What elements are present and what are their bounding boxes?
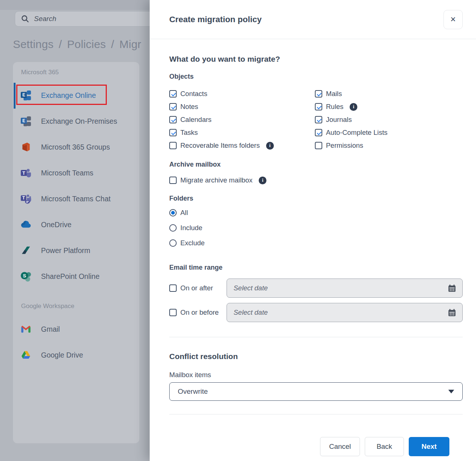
journals-checkbox[interactable]: [315, 116, 322, 123]
cancel-button[interactable]: Cancel: [320, 437, 360, 456]
checkbox-row-rules[interactable]: Rules i: [315, 103, 463, 111]
checkbox-row-recoverable-items-folders[interactable]: Recoverable Items folders i: [169, 141, 315, 150]
calendar-icon[interactable]: [448, 284, 456, 293]
on-or-before-checkbox[interactable]: [169, 309, 177, 316]
rules-checkbox[interactable]: [315, 103, 322, 110]
checkbox-label: Rules: [326, 103, 343, 111]
sidebar-item-power-platform[interactable]: Power Platform: [13, 238, 139, 263]
google-drive-icon: [20, 349, 31, 361]
microsoft-teams-chat-icon: T: [20, 193, 31, 204]
sidebar-section-microsoft-365: Microsoft 365: [13, 62, 139, 76]
checkbox-row-notes[interactable]: Notes: [169, 103, 315, 111]
folders-include-radio[interactable]: [169, 224, 177, 232]
back-button[interactable]: Back: [365, 437, 404, 456]
info-icon[interactable]: i: [266, 142, 274, 150]
info-icon[interactable]: i: [350, 103, 357, 111]
breadcrumb-policies[interactable]: Policies: [67, 38, 106, 50]
on-or-before-toggle[interactable]: On or before: [169, 308, 227, 317]
checkbox-label: Auto-Complete Lists: [326, 129, 388, 137]
checkbox-label: Migrate archive mailbox: [180, 176, 252, 184]
radio-row-include[interactable]: Include: [169, 224, 463, 232]
calendars-checkbox[interactable]: [169, 116, 177, 123]
svg-text:T: T: [22, 195, 25, 201]
date-placeholder: Select date: [234, 308, 268, 317]
radio-label: Exclude: [180, 239, 205, 247]
breadcrumb-separator: /: [59, 38, 62, 50]
on-or-before-date-input[interactable]: Select date: [227, 303, 463, 322]
checkbox-label: Permissions: [326, 141, 363, 150]
recoverable-items-folders-checkbox[interactable]: [169, 142, 177, 149]
radio-row-all[interactable]: All: [169, 209, 463, 217]
dialog-body: What do you want to migrate? Objects Con…: [150, 39, 476, 461]
checkbox-label: Journals: [326, 116, 352, 124]
sidebar-item-label: OneDrive: [41, 221, 71, 229]
radio-row-exclude[interactable]: Exclude: [169, 239, 463, 247]
objects-label: Objects: [169, 73, 463, 81]
sidebar-item-microsoft-teams[interactable]: T Microsoft Teams: [13, 160, 139, 186]
dialog-title: Create migration policy: [169, 15, 262, 24]
exchange-on-premises-icon: E: [20, 116, 31, 127]
time-row-on-or-after: On or after Select date: [169, 279, 463, 298]
svg-text:T: T: [23, 171, 26, 176]
folders-exclude-radio[interactable]: [169, 239, 177, 247]
svg-text:E: E: [22, 118, 25, 123]
email-time-range-rows: On or after Select date: [169, 279, 463, 322]
auto-complete-lists-checkbox[interactable]: [315, 129, 322, 136]
sidebar-item-microsoft-teams-chat[interactable]: T Microsoft Teams Chat: [13, 186, 139, 212]
migrate-archive-mailbox-checkbox[interactable]: [169, 177, 177, 184]
sidebar-item-exchange-online[interactable]: E Exchange Online: [13, 82, 139, 108]
selected-option: Overwrite: [178, 387, 208, 396]
sidebar-item-label: Google Drive: [41, 351, 83, 359]
sidebar-item-gmail[interactable]: Gmail: [13, 316, 139, 342]
sidebar-item-label: Power Platform: [41, 246, 90, 255]
sidebar-item-microsoft-365-groups[interactable]: Microsoft 365 Groups: [13, 134, 139, 160]
onedrive-icon: [20, 219, 31, 230]
sidebar-item-sharepoint-online[interactable]: S SharePoint Online: [13, 263, 139, 289]
on-or-after-toggle[interactable]: On or after: [169, 284, 227, 292]
folders-all-radio[interactable]: [169, 209, 177, 216]
next-button[interactable]: Next: [409, 437, 449, 456]
mailbox-items-select[interactable]: Overwrite: [169, 382, 463, 401]
notes-checkbox[interactable]: [169, 103, 177, 110]
tasks-checkbox[interactable]: [169, 129, 177, 136]
radio-label: All: [180, 209, 188, 217]
contacts-checkbox[interactable]: [169, 90, 177, 98]
close-button[interactable]: ✕: [443, 10, 463, 29]
checkbox-label: Recoverable Items folders: [180, 141, 260, 150]
mails-checkbox[interactable]: [315, 90, 322, 98]
checkbox-row-contacts[interactable]: Contacts: [169, 90, 315, 98]
microsoft-365-groups-icon: [20, 141, 31, 153]
time-row-on-or-before: On or before Select date: [169, 303, 463, 322]
checkbox-row-mails[interactable]: Mails: [315, 90, 463, 98]
section-divider: [169, 337, 463, 337]
breadcrumb-separator: /: [111, 38, 115, 50]
checkbox-label: On or before: [180, 308, 219, 317]
checkbox-label: Calendars: [180, 116, 211, 124]
sidebar-item-label: Microsoft Teams Chat: [41, 195, 110, 203]
permissions-checkbox[interactable]: [315, 142, 322, 149]
on-or-after-date-input[interactable]: Select date: [227, 279, 463, 298]
checkbox-row-migrate-archive-mailbox[interactable]: Migrate archive mailbox i: [169, 176, 463, 184]
sidebar-item-exchange-on-premises[interactable]: E Exchange On-Premises: [13, 108, 139, 134]
migrate-section-heading: What do you want to migrate?: [169, 55, 463, 64]
email-time-range-label: Email time range: [169, 264, 463, 272]
mailbox-items-label: Mailbox items: [169, 371, 463, 379]
checkbox-row-calendars[interactable]: Calendars: [169, 116, 315, 124]
sidebar-item-google-drive[interactable]: Google Drive: [13, 342, 139, 368]
sidebar-item-onedrive[interactable]: OneDrive: [13, 212, 139, 238]
folders-radio-group: All Include Exclude: [169, 209, 463, 247]
gmail-icon: [20, 324, 31, 335]
calendar-icon[interactable]: [448, 308, 456, 317]
archive-mailbox-label: Archive mailbox: [169, 161, 463, 168]
breadcrumb-migration[interactable]: Migr: [119, 38, 141, 50]
info-icon[interactable]: i: [259, 177, 266, 184]
breadcrumb-settings[interactable]: Settings: [13, 38, 54, 50]
on-or-after-checkbox[interactable]: [169, 284, 177, 292]
exchange-online-icon: E: [20, 90, 31, 101]
checkbox-row-auto-complete-lists[interactable]: Auto-Complete Lists: [315, 129, 463, 137]
sidebar-item-label: Microsoft Teams: [41, 169, 94, 177]
checkbox-row-permissions[interactable]: Permissions: [315, 141, 463, 150]
checkbox-row-tasks[interactable]: Tasks: [169, 129, 315, 137]
checkbox-row-journals[interactable]: Journals: [315, 116, 463, 124]
create-migration-policy-dialog: Create migration policy ✕ What do you wa…: [150, 0, 476, 461]
